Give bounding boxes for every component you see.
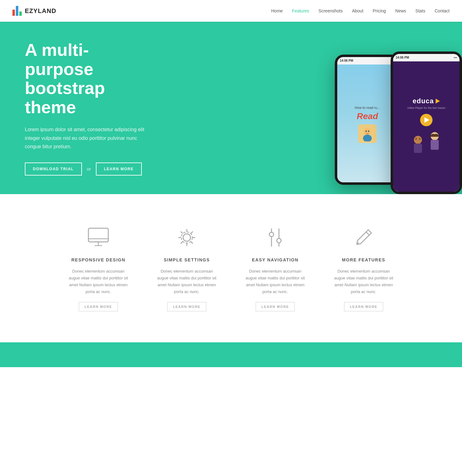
feature-title-responsive: RESPONSIVE DESIGN bbox=[67, 257, 130, 262]
nav-features[interactable]: Features bbox=[292, 8, 309, 13]
feature-title-settings: SIMPLE SETTINGS bbox=[155, 257, 219, 262]
svg-point-19 bbox=[183, 234, 191, 241]
feature-desc-responsive: Donec elementum accumsan augue vitae mat… bbox=[67, 268, 130, 295]
svg-point-8 bbox=[415, 138, 417, 140]
hero-or-text: or bbox=[87, 166, 91, 171]
phone-screen-educa: 14:06 PM ▪▪▪ educa Video Player for the … bbox=[393, 54, 460, 192]
educa-characters bbox=[410, 131, 442, 156]
hero-content: A multi-purpose bootstrap theme Lorem ip… bbox=[0, 22, 174, 194]
educa-logo-text: educa bbox=[413, 97, 434, 105]
feature-card-navigation: EASY NAVIGATION Donec elementum accumsan… bbox=[237, 219, 313, 318]
svg-point-0 bbox=[364, 128, 371, 135]
svg-point-2 bbox=[366, 131, 367, 132]
nav-news[interactable]: News bbox=[395, 8, 406, 13]
hero-description: Lorem ipsum dolor sit amet, consectetur … bbox=[25, 125, 149, 151]
hero-image-area: 14:06 PM ▪▪▪ How to read ru... Read bbox=[208, 22, 462, 194]
phone-statusbar-front: 14:06 PM ▪▪▪ bbox=[393, 54, 460, 61]
svg-line-25 bbox=[366, 232, 369, 235]
phone-screen-read: 14:06 PM ▪▪▪ How to read ru... Read bbox=[337, 57, 397, 182]
navbar: EZYLAND Home Features Screenshots About … bbox=[0, 0, 462, 22]
play-triangle-icon bbox=[424, 117, 429, 123]
svg-point-3 bbox=[368, 131, 369, 132]
feature-learn-btn-navigation[interactable]: LEARN MORE bbox=[256, 302, 295, 311]
hero-section: A multi-purpose bootstrap theme Lorem ip… bbox=[0, 22, 462, 194]
svg-rect-5 bbox=[414, 144, 422, 153]
nav-links: Home Features Screenshots About Pricing … bbox=[271, 8, 450, 14]
sliders-icon bbox=[263, 225, 288, 250]
feature-title-more: MORE FEATURES bbox=[332, 257, 396, 262]
nav-screenshots[interactable]: Screenshots bbox=[319, 8, 343, 13]
hero-title: A multi-purpose bootstrap theme bbox=[25, 40, 149, 117]
feature-title-navigation: EASY NAVIGATION bbox=[244, 257, 307, 262]
phone-statusbar-back: 14:06 PM ▪▪▪ bbox=[337, 57, 397, 65]
read-screen: How to read ru... Read bbox=[337, 65, 397, 182]
educa-logo-group: educa bbox=[413, 97, 440, 105]
read-subtitle: How to read ru... bbox=[353, 104, 382, 111]
educa-play-button[interactable] bbox=[420, 114, 433, 126]
svg-rect-11 bbox=[431, 140, 439, 150]
features-grid: RESPONSIVE DESIGN Donec elementum accums… bbox=[61, 219, 402, 318]
feature-card-settings: SIMPLE SETTINGS Donec elementum accumsan… bbox=[149, 219, 225, 318]
hero-buttons: DOWNLOAD TRIAL or LEARN MORE bbox=[25, 162, 149, 176]
svg-point-23 bbox=[269, 232, 274, 237]
feature-learn-btn-responsive[interactable]: LEARN MORE bbox=[79, 302, 118, 311]
download-trial-button[interactable]: DOWNLOAD TRIAL bbox=[25, 162, 82, 176]
feature-desc-navigation: Donec elementum accumsan augue vitae mat… bbox=[244, 268, 307, 295]
settings-icon bbox=[174, 225, 199, 250]
svg-rect-14 bbox=[88, 228, 108, 242]
phone-front: 14:06 PM ▪▪▪ educa Video Player for the … bbox=[391, 51, 462, 194]
educa-tagline: Video Player for the Net Savior bbox=[405, 105, 447, 111]
edit-icon bbox=[351, 225, 376, 250]
nav-stats[interactable]: Stats bbox=[415, 8, 425, 13]
read-character bbox=[358, 124, 377, 143]
svg-point-4 bbox=[414, 136, 422, 144]
svg-point-1 bbox=[363, 135, 372, 141]
nav-contact[interactable]: Contact bbox=[435, 8, 450, 13]
svg-point-9 bbox=[419, 138, 421, 140]
educa-play-icon bbox=[436, 99, 440, 104]
learn-more-button[interactable]: LEARN MORE bbox=[96, 162, 142, 176]
feature-card-more: MORE FEATURES Donec elementum accumsan a… bbox=[326, 219, 402, 318]
feature-learn-btn-settings[interactable]: LEARN MORE bbox=[167, 302, 207, 311]
features-section: RESPONSIVE DESIGN Donec elementum accums… bbox=[0, 194, 462, 342]
phones-container: 14:06 PM ▪▪▪ How to read ru... Read bbox=[335, 33, 462, 194]
feature-desc-more: Donec elementum accumsan augue vitae mat… bbox=[332, 268, 396, 295]
logo-link[interactable]: EZYLAND bbox=[12, 6, 56, 16]
monitor-icon bbox=[86, 225, 111, 250]
feature-card-responsive: RESPONSIVE DESIGN Donec elementum accums… bbox=[61, 219, 137, 318]
nav-home[interactable]: Home bbox=[271, 8, 283, 13]
bottom-teal-bar bbox=[0, 342, 462, 367]
phone-back: 14:06 PM ▪▪▪ How to read ru... Read bbox=[335, 55, 400, 185]
svg-point-24 bbox=[277, 238, 281, 243]
logo-text: EZYLAND bbox=[25, 7, 56, 15]
feature-learn-btn-more[interactable]: LEARN MORE bbox=[344, 302, 384, 311]
educa-screen: educa Video Player for the Net Savior bbox=[393, 61, 460, 192]
read-title: Read bbox=[357, 111, 378, 121]
nav-pricing[interactable]: Pricing bbox=[373, 8, 386, 13]
feature-desc-settings: Donec elementum accumsan augue vitae mat… bbox=[155, 268, 219, 295]
logo-icon bbox=[12, 6, 22, 16]
nav-about[interactable]: About bbox=[352, 8, 363, 13]
